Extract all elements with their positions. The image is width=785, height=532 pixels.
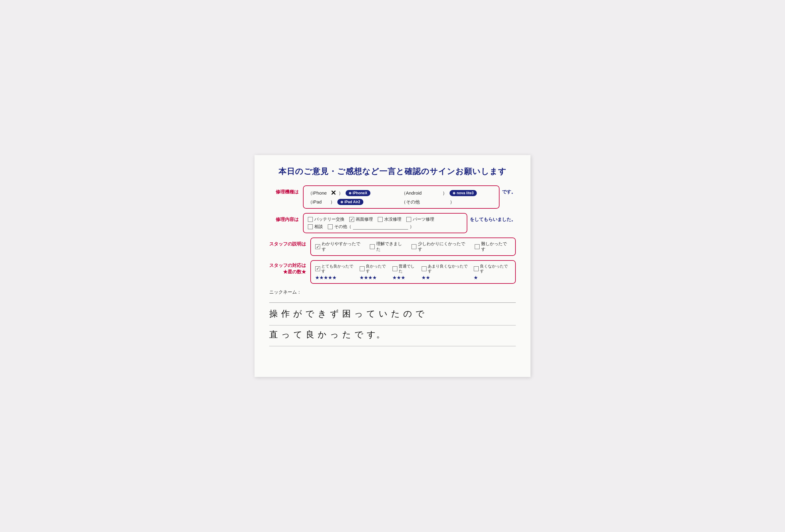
other-repair-checkbox[interactable] [328,224,333,229]
very-good-checkbox[interactable] [315,266,320,271]
nickname-label: ニックネーム： [269,289,516,295]
other-repair-item: その他（ ） [328,224,414,230]
repair-box: バッテリー交換 画面修理 水没修理 パーツ修理 相談 [303,213,467,233]
explanation-box: わかりやすかったです 理解できました 少しわかりにくかったです 難しかったです [310,238,516,256]
comment-line2: 直 っ て 良 か っ た で す。 [269,325,516,346]
response-section: スタッフの対応は ★星の数★ とても良かったです ★★★★★ 良かったです [269,260,516,284]
little-hard-item: 少しわかりにくかったです [411,241,469,252]
good-checkbox[interactable] [360,266,364,271]
good-col: 良かったです ★★★★ [360,264,389,280]
understand-item: 理解できました [370,241,406,252]
easy-checkbox[interactable] [315,244,320,249]
page-title: 本日のご意見・ご感想など一言と確認のサインお願いします [269,166,516,177]
consult-item: 相談 [308,224,323,230]
bad-checkbox[interactable] [474,266,479,271]
screen-checkbox[interactable] [349,217,354,222]
form-page: 本日のご意見・ご感想など一言と確認のサインお願いします 修理機種は （iPhon… [254,155,531,377]
normal-col: 普通でした ★★★ [392,264,418,280]
comment-line3 [269,346,516,365]
comment-line1: 操 作 が で き ず 困 っ て い た の で [269,304,516,325]
not-good-col: あまり良くなかったです ★★ [422,264,470,280]
ipad-air-badge: ⊛ iPad Air2 [337,199,363,205]
hard-checkbox[interactable] [475,244,480,249]
not-good-checkbox[interactable] [422,266,427,271]
water-checkbox[interactable] [378,217,383,222]
other-device-row: （その他 ） [401,199,495,205]
device-suffix: です。 [500,185,516,195]
comment-area: 操 作 が で き ず 困 っ て い た の で 直 っ て 良 か っ た … [269,304,516,365]
nickname-section: ニックネーム： [269,289,516,303]
device-section: 修理機種は （iPhone ✕ ） ⊛ iPhoneX （Android ） [269,185,516,209]
repair-suffix: をしてもらいました。 [467,213,516,222]
bad-col: 良くなかったです ★ [474,264,511,280]
water-item: 水没修理 [378,217,401,222]
response-columns: とても良かったです ★★★★★ 良かったです ★★★★ 普通でし [315,264,511,280]
response-box: とても良かったです ★★★★★ 良かったです ★★★★ 普通でし [310,260,516,284]
ipad-row: （iPad ） ⊛ iPad Air2 [308,199,401,205]
response-label: スタッフの対応は ★星の数★ [269,260,310,275]
nickname-line [269,296,516,303]
iphone-x-badge: ⊛ iPhoneX [346,190,371,196]
screen-item: 画面修理 [349,217,373,222]
android-row: （Android ） ⊛ nova lite3 [401,189,495,197]
very-good-col: とても良かったです ★★★★★ [315,264,356,280]
explanation-section: スタッフの説明は わかりやすかったです 理解できました 少しわかりにくかったです [269,238,516,256]
parts-item: パーツ修理 [406,217,434,222]
parts-checkbox[interactable] [406,217,411,222]
little-hard-checkbox[interactable] [411,244,416,249]
battery-item: バッテリー交換 [308,217,344,222]
easy-item: わかりやすかったです [315,241,364,252]
normal-checkbox[interactable] [392,266,398,271]
explanation-label: スタッフの説明は [269,238,310,247]
device-label: 修理機種は [269,185,303,195]
battery-checkbox[interactable] [308,217,313,222]
device-grid: （iPhone ✕ ） ⊛ iPhoneX （Android ） ⊛ nova … [308,189,495,205]
repair-label: 修理内容は [269,213,303,222]
nova-badge: ⊛ nova lite3 [450,190,477,196]
consult-checkbox[interactable] [308,224,313,229]
device-box: （iPhone ✕ ） ⊛ iPhoneX （Android ） ⊛ nova … [303,185,500,209]
explain-row: わかりやすかったです 理解できました 少しわかりにくかったです 難しかったです [315,241,511,252]
iphone-row: （iPhone ✕ ） ⊛ iPhoneX [308,189,401,197]
understand-checkbox[interactable] [370,244,375,249]
repair-section: 修理内容は バッテリー交換 画面修理 水没修理 パーツ修理 [269,213,516,233]
hard-item: 難しかったです [475,241,511,252]
